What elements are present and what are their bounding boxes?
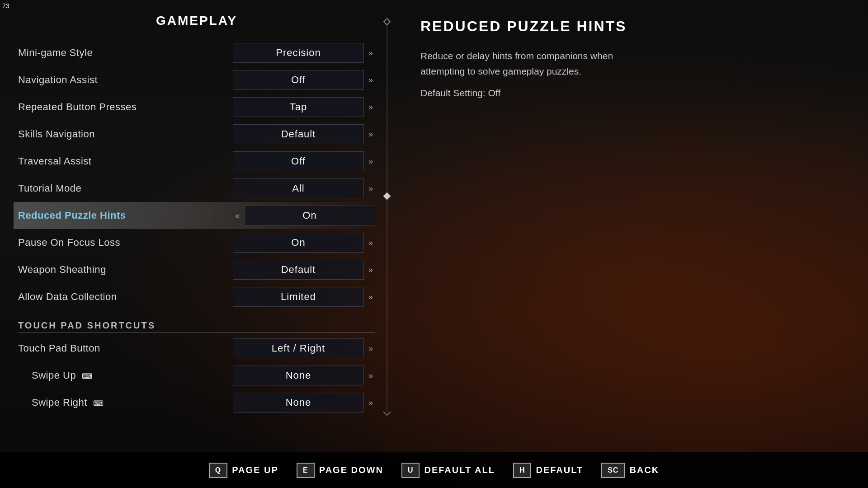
setting-value-skills-navigation: Default [233,124,364,144]
chevron-right-skills-navigation: » [366,130,375,139]
setting-value-container-swipe-right: None » [233,393,375,413]
setting-label-swipe-right: Swipe Right ⌨ [18,397,233,408]
bottom-action-page-up[interactable]: Q PAGE UP [209,463,278,478]
setting-label-reduced-puzzle-hints: Reduced Puzzle Hints [18,210,233,221]
setting-row-tutorial-mode[interactable]: Tutorial Mode All » [18,175,375,202]
setting-value-container-allow-data-collection: Limited » [233,287,375,307]
setting-value-swipe-up: None [233,366,364,385]
setting-value-container-navigation-assist: Off » [233,70,375,90]
setting-row-repeated-button-presses[interactable]: Repeated Button Presses Tap » [18,94,375,121]
detail-default: Default Setting: Off [420,88,841,99]
setting-label-repeated-button-presses: Repeated Button Presses [18,101,233,113]
setting-value-reduced-puzzle-hints: On [244,206,375,225]
bottom-bar: Q PAGE UP E PAGE DOWN U DEFAULT ALL H DE… [0,452,868,488]
right-panel: REDUCED PUZZLE HINTS Reduce or delay hin… [393,0,868,452]
chevron-right-traversal-assist: » [366,157,375,166]
section-title: GAMEPLAY [18,14,375,28]
action-label-default-all: DEFAULT ALL [424,465,495,475]
detail-description: Reduce or delay hints from companions wh… [420,48,646,79]
setting-label-skills-navigation: Skills Navigation [18,128,233,140]
setting-value-container-repeated-button-presses: Tap » [233,97,375,117]
setting-value-tutorial-mode: All [233,178,364,198]
setting-value-repeated-button-presses: Tap [233,97,364,117]
setting-value-container-mini-game-style: Precision » [233,43,375,63]
setting-value-container-skills-navigation: Default » [233,124,375,144]
action-label-page-down: PAGE DOWN [319,465,383,475]
touchpad-section: TOUCH PAD SHORTCUTS [18,316,375,335]
setting-value-container-reduced-puzzle-hints: « On [233,206,375,225]
setting-label-mini-game-style: Mini-game Style [18,47,233,59]
setting-value-allow-data-collection: Limited [233,287,364,307]
setting-row-allow-data-collection[interactable]: Allow Data Collection Limited » [18,283,375,310]
setting-row-swipe-up[interactable]: Swipe Up ⌨ None » [18,362,375,389]
action-label-page-up: PAGE UP [232,465,278,475]
chevron-right-swipe-up: » [366,371,375,380]
setting-row-traversal-assist[interactable]: Traversal Assist Off » [18,148,375,175]
fps-counter: 73 [2,2,9,9]
setting-label-tutorial-mode: Tutorial Mode [18,183,233,194]
action-label-back: BACK [629,465,659,475]
scroll-track [387,23,387,411]
setting-value-container-pause-on-focus-loss: On » [233,233,375,253]
setting-value-touch-pad-button: Left / Right [233,338,364,358]
chevron-right-mini-game-style: » [366,48,375,58]
setting-row-navigation-assist[interactable]: Navigation Assist Off » [18,66,375,94]
detail-title: REDUCED PUZZLE HINTS [420,18,841,35]
setting-label-swipe-up: Swipe Up ⌨ [18,370,233,381]
bottom-action-default[interactable]: H DEFAULT [513,463,583,478]
setting-row-swipe-right[interactable]: Swipe Right ⌨ None » [18,389,375,416]
key-q: Q [209,463,227,478]
key-u: U [401,463,420,478]
chevron-right-pause-on-focus-loss: » [366,238,375,248]
bottom-action-default-all[interactable]: U DEFAULT ALL [401,463,495,478]
setting-label-weapon-sheathing: Weapon Sheathing [18,264,233,276]
chevron-right-swipe-right: » [366,398,375,408]
chevron-right-repeated-button-presses: » [366,103,375,112]
setting-row-touch-pad-button[interactable]: Touch Pad Button Left / Right » [18,335,375,362]
settings-list: Mini-game Style Precision » Navigation A… [18,39,375,416]
setting-label-traversal-assist: Traversal Assist [18,155,233,167]
setting-value-container-swipe-up: None » [233,366,375,385]
main-content: GAMEPLAY Mini-game Style Precision » Nav… [0,0,868,452]
chevron-right-tutorial-mode: » [366,184,375,193]
chevron-right-touch-pad-button: » [366,344,375,353]
setting-value-navigation-assist: Off [233,70,364,90]
chevron-right-weapon-sheathing: » [366,265,375,275]
chevron-left-reduced-puzzle-hints: « [233,211,242,221]
key-sc: SC [601,463,625,478]
action-label-default: DEFAULT [536,465,583,475]
setting-value-swipe-right: None [233,393,364,413]
setting-value-pause-on-focus-loss: On [233,233,364,253]
setting-value-container-tutorial-mode: All » [233,178,375,198]
setting-value-container-touch-pad-button: Left / Right » [233,338,375,358]
chevron-right-allow-data-collection: » [366,292,375,302]
left-panel: GAMEPLAY Mini-game Style Precision » Nav… [0,0,393,452]
setting-row-pause-on-focus-loss[interactable]: Pause On Focus Loss On » [18,229,375,256]
chevron-right-navigation-assist: » [366,75,375,85]
bottom-action-page-down[interactable]: E PAGE DOWN [297,463,383,478]
setting-value-container-weapon-sheathing: Default » [233,260,375,280]
swipe-right-icon: ⌨ [93,399,104,408]
bottom-action-back[interactable]: SC BACK [601,463,659,478]
swipe-up-icon: ⌨ [82,372,93,380]
setting-value-container-traversal-assist: Off » [233,151,375,171]
setting-row-reduced-puzzle-hints[interactable]: Reduced Puzzle Hints « On [14,202,380,229]
setting-label-pause-on-focus-loss: Pause On Focus Loss [18,237,233,249]
setting-label-navigation-assist: Navigation Assist [18,74,233,86]
key-h: H [513,463,532,478]
setting-row-skills-navigation[interactable]: Skills Navigation Default » [18,121,375,148]
setting-label-allow-data-collection: Allow Data Collection [18,291,233,303]
setting-row-weapon-sheathing[interactable]: Weapon Sheathing Default » [18,256,375,283]
setting-label-touch-pad-button: Touch Pad Button [18,343,233,354]
touchpad-section-title: TOUCH PAD SHORTCUTS [18,320,375,333]
key-e: E [297,463,315,478]
setting-value-mini-game-style: Precision [233,43,364,63]
setting-value-weapon-sheathing: Default [233,260,364,280]
setting-row-mini-game-style[interactable]: Mini-game Style Precision » [18,39,375,66]
setting-value-traversal-assist: Off [233,151,364,171]
